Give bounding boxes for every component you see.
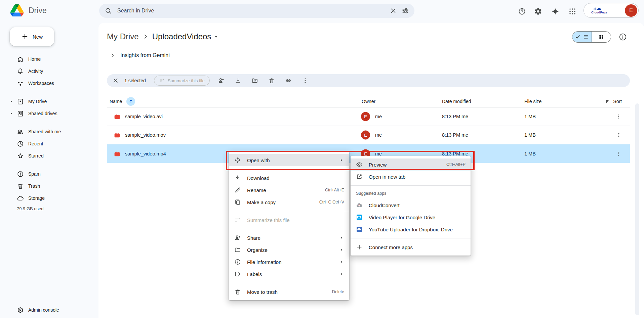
settings-button[interactable] <box>531 5 545 18</box>
breadcrumb-dropdown-icon[interactable] <box>213 34 219 40</box>
sidebar-item-starred[interactable]: Starred <box>0 150 98 162</box>
file-name[interactable]: sample_video.avi <box>125 114 163 119</box>
column-file-size[interactable]: File size <box>524 99 541 104</box>
new-button[interactable]: New <box>10 27 54 46</box>
avatar[interactable]: E <box>625 4 637 17</box>
submenu-caret-icon <box>339 271 344 277</box>
menu-item-label: Video Player for Google Drive <box>369 215 435 220</box>
breadcrumb-root[interactable]: My Drive <box>107 32 139 41</box>
sidebar-item-shared-drives[interactable]: Shared drives <box>0 107 98 120</box>
search-options-icon[interactable] <box>402 7 409 14</box>
menu-item-label: Open with <box>247 157 270 163</box>
scrollbar[interactable] <box>635 103 639 315</box>
my-drive-icon <box>17 98 24 105</box>
table-row[interactable]: sample_video.avi E me 8:13 PM me 1 MB <box>107 107 630 126</box>
menu-item-open-with[interactable]: Open with <box>229 154 349 166</box>
menu-item-download[interactable]: Download <box>229 172 349 184</box>
list-view-button[interactable] <box>572 32 592 42</box>
apps-grid-button[interactable] <box>566 5 579 18</box>
submenu-item-open-in-new-tab[interactable]: Open in new tab <box>351 171 471 183</box>
file-size: 1 MB <box>524 151 536 156</box>
submenu-item-connect-more-apps[interactable]: Connect more apps <box>351 241 471 253</box>
menu-item-make-a-copy[interactable]: Make a copy Ctrl+C Ctrl+V <box>229 196 349 208</box>
share-icon[interactable] <box>218 77 225 84</box>
pencil-icon <box>234 187 241 193</box>
account-pill[interactable]: CloudFuze E <box>583 3 639 18</box>
menu-item-file-information[interactable]: File information <box>229 256 349 268</box>
sidebar-item-shared-with-me[interactable]: Shared with me <box>0 126 98 138</box>
column-name[interactable]: Name <box>110 99 122 104</box>
sort-label: Sort <box>613 99 622 104</box>
search-input[interactable] <box>117 7 385 14</box>
help-button[interactable] <box>515 5 529 18</box>
insights-from-gemini[interactable]: Insights from Gemini <box>110 52 170 58</box>
trash-icon[interactable] <box>268 77 275 84</box>
table-row[interactable]: sample_video.mov E me 8:13 PM me 1 MB <box>107 126 630 144</box>
sidebar-item-recent[interactable]: Recent <box>0 138 98 150</box>
sidebar-item-activity[interactable]: Activity <box>0 65 98 77</box>
sidebar-item-trash[interactable]: Trash <box>0 180 98 192</box>
menu-item-share[interactable]: Share <box>229 232 349 244</box>
submenu-item-youtube-uploader[interactable]: YouTube Uploader for Dropbox, Drive <box>351 223 471 235</box>
menu-item-rename[interactable]: Rename Ctrl+Alt+E <box>229 184 349 196</box>
open-with-icon <box>234 157 241 164</box>
sort-direction-button[interactable] <box>126 97 135 106</box>
submenu-caret-icon <box>339 247 344 253</box>
expand-caret-icon[interactable] <box>9 111 13 116</box>
cloudfuze-mark-icon <box>593 7 605 11</box>
sidebar-group-shared: Shared with me Recent Starred <box>0 126 98 162</box>
sidebar-item-label: Shared with me <box>28 129 61 134</box>
clear-selection-icon[interactable] <box>112 77 119 84</box>
cloud-icon <box>17 195 24 202</box>
sidebar-item-label: Recent <box>28 141 43 146</box>
get-link-icon[interactable] <box>285 77 292 84</box>
menu-item-organize[interactable]: Organize <box>229 244 349 256</box>
submenu-caret-icon <box>339 157 344 163</box>
drive-logo-icon[interactable] <box>10 4 24 16</box>
open-with-submenu: Preview Ctrl+Alt+P Open in new tab Sugge… <box>351 156 471 256</box>
file-name[interactable]: sample_video.mov <box>125 132 166 138</box>
download-icon[interactable] <box>235 77 241 84</box>
sidebar-item-spam[interactable]: Spam <box>0 168 98 180</box>
info-icon <box>234 259 241 265</box>
expand-chevron-icon[interactable] <box>110 53 115 58</box>
menu-shortcut: Ctrl+Alt+E <box>325 188 344 192</box>
submenu-item-video-player[interactable]: Video Player for Google Drive <box>351 211 471 223</box>
sidebar-item-storage[interactable]: Storage <box>0 192 98 204</box>
menu-shortcut: Ctrl+C Ctrl+V <box>319 200 344 205</box>
submenu-item-preview[interactable]: Preview Ctrl+Alt+P <box>351 158 471 171</box>
row-more-icon[interactable] <box>616 151 622 157</box>
menu-item-labels[interactable]: Labels <box>229 268 349 280</box>
gemini-button[interactable] <box>549 5 562 18</box>
grid-view-button[interactable] <box>592 32 611 42</box>
breadcrumb-current[interactable]: UploadedVideos <box>152 32 219 41</box>
context-menu: Open with Download Rename Ctrl+Alt+E Mak… <box>229 152 349 300</box>
plus-icon <box>21 33 29 40</box>
more-actions-icon[interactable] <box>302 77 309 84</box>
menu-item-label: Preview <box>369 162 387 168</box>
sidebar-item-home[interactable]: Home <box>0 53 98 65</box>
menu-item-move-to-trash[interactable]: Move to trash Delete <box>229 286 349 298</box>
summarize-file-button[interactable]: Summarize this file <box>154 76 210 86</box>
details-info-button[interactable] <box>618 33 627 41</box>
sort-button[interactable]: Sort <box>605 99 622 104</box>
search-icon[interactable] <box>105 7 112 14</box>
sidebar-item-my-drive[interactable]: My Drive <box>0 95 98 107</box>
video-file-icon <box>114 113 121 120</box>
row-more-icon[interactable] <box>616 132 622 138</box>
submenu-item-cloudconvert[interactable]: CloudConvert <box>351 199 471 211</box>
menu-divider <box>351 238 471 238</box>
file-name[interactable]: sample_video.mp4 <box>125 151 166 156</box>
breadcrumb-separator-icon <box>142 33 149 40</box>
sidebar-item-workspaces[interactable]: Workspaces <box>0 77 98 89</box>
row-more-icon[interactable] <box>616 113 622 120</box>
sidebar: New Home Activity Workspaces My Drive Sh… <box>0 23 98 318</box>
column-date-modified[interactable]: Date modified <box>442 99 471 104</box>
sidebar-item-admin-console[interactable]: Admin console <box>0 304 98 316</box>
clear-search-icon[interactable] <box>390 7 397 14</box>
move-to-folder-icon[interactable] <box>251 77 258 84</box>
column-owner[interactable]: Owner <box>362 99 375 104</box>
search-bar[interactable] <box>99 4 414 18</box>
apps-grid-icon <box>568 7 576 15</box>
expand-caret-icon[interactable] <box>9 99 13 103</box>
